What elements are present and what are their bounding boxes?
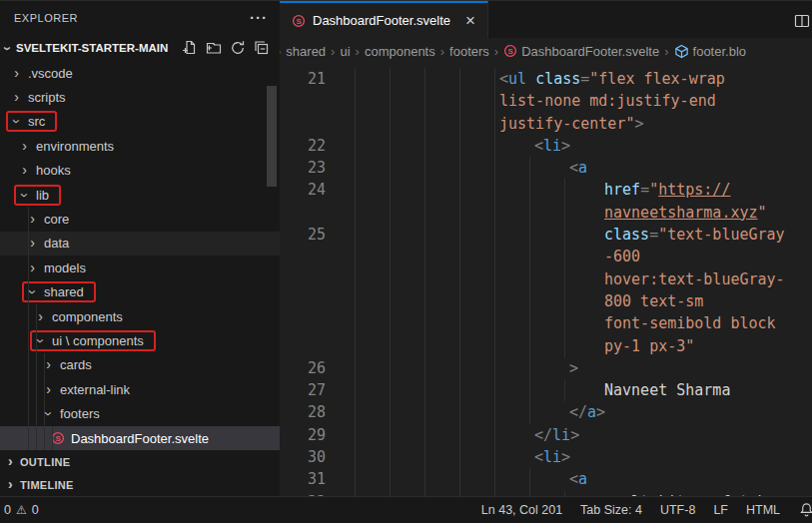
indent-guide (564, 202, 565, 224)
tree-item-scripts[interactable]: ›scripts (0, 85, 280, 109)
indent-guide (459, 224, 460, 246)
tree-indent-guide (36, 401, 37, 425)
code-token: li (552, 426, 570, 444)
code-token: " (758, 204, 767, 222)
problems-status[interactable]: 0 ⚠ 0 (0, 503, 39, 517)
bell-icon[interactable] (799, 502, 812, 517)
status-item-lf[interactable]: LF (713, 503, 728, 517)
code-line[interactable]: 23<a (280, 157, 812, 179)
indent-guide (390, 468, 391, 490)
code-line[interactable]: 22<li> (280, 135, 812, 157)
indent-guide (564, 290, 565, 312)
status-item-ln-43-col-201[interactable]: Ln 43, Col 201 (481, 503, 562, 517)
status-bar: 0 ⚠ 0 Ln 43, Col 201Tab Size: 4UTF-8LFHT… (0, 496, 812, 523)
indent-guide (529, 202, 530, 224)
code-line[interactable]: 25class="text-blueGray (280, 224, 812, 246)
new-file-icon[interactable] (182, 40, 198, 56)
indent-guide (390, 401, 391, 423)
indent-guide (529, 468, 530, 490)
tree-item-external-link[interactable]: ›external-link (0, 377, 280, 401)
new-folder-icon[interactable] (206, 40, 222, 56)
tree-indent-guide (36, 377, 37, 401)
tree-item-label: cards (60, 357, 92, 372)
indent-guide (390, 424, 391, 446)
code-text: <a (569, 468, 587, 490)
split-editor-icon[interactable] (794, 13, 810, 29)
code-line[interactable]: 26> (280, 357, 812, 379)
explorer-sidebar: EXPLORER ··· › SVELTEKIT-STARTER-MAIN ›.… (0, 0, 280, 496)
section-label: TIMELINE (20, 479, 74, 491)
svg-text:S: S (55, 434, 60, 443)
status-item-tab-size-4[interactable]: Tab Size: 4 (580, 503, 642, 517)
code-line[interactable]: 27Navneet Sharma (280, 379, 812, 401)
tree-item-ui-components[interactable]: ›ui \ components (0, 328, 280, 352)
code-line[interactable]: hover:text-blueGray- (280, 268, 812, 290)
sidebar-scrollbar[interactable] (267, 86, 277, 187)
close-icon[interactable]: × (465, 14, 475, 28)
tree-item-cards[interactable]: ›cards (0, 353, 280, 377)
breadcrumb-label: footers (449, 44, 489, 59)
error-count[interactable]: 0 (4, 503, 11, 517)
breadcrumb-item-ui[interactable]: ui (340, 44, 350, 59)
breadcrumb-item-shared[interactable]: shared (286, 44, 326, 59)
code-line[interactable]: py-1 px-3" (280, 335, 812, 357)
indent-guide (459, 357, 460, 379)
tree-item-src[interactable]: ›src (0, 110, 280, 134)
breadcrumb-item-dashboardfooter-svelte[interactable]: SDashboardFooter.svelte (503, 44, 659, 59)
code-token: list-none md:justify-end (499, 92, 716, 110)
tree-item-vscode[interactable]: ›.vscode (0, 61, 280, 85)
indent-guide (424, 379, 425, 401)
tree-item-shared[interactable]: ›shared (0, 280, 280, 304)
breadcrumb-item-footer-blo[interactable]: footer.blo (674, 44, 747, 59)
code-editor[interactable]: 21<ul class="flex flex-wraplist-none md:… (280, 64, 812, 496)
indent-guide (494, 179, 495, 201)
status-item-utf-8[interactable]: UTF-8 (660, 503, 695, 517)
tree-item-inner: SDashboardFooter.svelte (46, 428, 221, 449)
tree-item-hooks[interactable]: ›hooks (0, 159, 280, 183)
chevron-down-icon: › (10, 115, 23, 128)
code-line[interactable]: 31<a (280, 468, 812, 490)
breadcrumb: ›shared›ui›components›footers›SDashboard… (280, 38, 812, 64)
code-line[interactable]: -600 (280, 246, 812, 267)
indent-guide (459, 312, 460, 334)
code-line[interactable]: 30<li> (280, 446, 812, 468)
tree-item-label: external-link (60, 382, 130, 397)
tree-item-core[interactable]: ›core (0, 207, 280, 231)
code-line[interactable]: 21<ul class="flex flex-wrap (280, 68, 812, 90)
tree-item-components[interactable]: ›components (0, 304, 280, 328)
indent-guide (424, 179, 425, 201)
breadcrumb-item-components[interactable]: components (365, 44, 435, 59)
tree-item-data[interactable]: ›data (0, 232, 280, 256)
code-text: py-1 px-3" (604, 335, 694, 357)
refresh-icon[interactable] (230, 40, 246, 56)
collapse-folders-icon[interactable] (254, 40, 270, 56)
code-line[interactable]: 800 text-sm (280, 290, 812, 312)
section-timeline[interactable]: ›TIMELINE (0, 473, 280, 496)
warning-count[interactable]: 0 (32, 503, 39, 517)
breadcrumb-label: DashboardFooter.svelte (521, 44, 659, 59)
code-line[interactable]: navneetsharma.xyz" (280, 202, 812, 224)
more-actions-icon[interactable]: ··· (250, 13, 268, 23)
status-item-html[interactable]: HTML (746, 503, 780, 517)
indent-guide (494, 379, 495, 401)
tab-dashboardfooter-svelte[interactable]: S DashboardFooter.svelte × (280, 1, 488, 38)
tree-item-dashboardfooter-svelte[interactable]: SDashboardFooter.svelte (0, 426, 280, 450)
code-line[interactable]: justify-center"> (280, 113, 812, 135)
tree-indent-guide (28, 328, 29, 352)
code-line[interactable]: list-none md:justify-end (280, 90, 812, 112)
code-token: https:// (658, 181, 730, 199)
code-line[interactable]: 28</a> (280, 401, 812, 423)
tree-item-label: core (44, 212, 69, 227)
code-line[interactable]: font-semibold block (280, 312, 812, 334)
tree-item-models[interactable]: ›models (0, 256, 280, 279)
breadcrumb-item-footers[interactable]: footers (449, 44, 489, 59)
tree-item-lib[interactable]: ›lib (0, 183, 280, 207)
code-line[interactable]: 24href="https:// (280, 179, 812, 201)
project-root-row[interactable]: › SVELTEKIT-STARTER-MAIN (0, 35, 280, 61)
indent-guide (529, 312, 530, 334)
code-line[interactable]: 29</li> (280, 424, 812, 446)
indent-guide (355, 268, 356, 290)
tree-item-footers[interactable]: ›footers (0, 401, 280, 425)
tree-item-environments[interactable]: ›environments (0, 134, 280, 158)
section-outline[interactable]: ›OUTLINE (0, 450, 280, 473)
